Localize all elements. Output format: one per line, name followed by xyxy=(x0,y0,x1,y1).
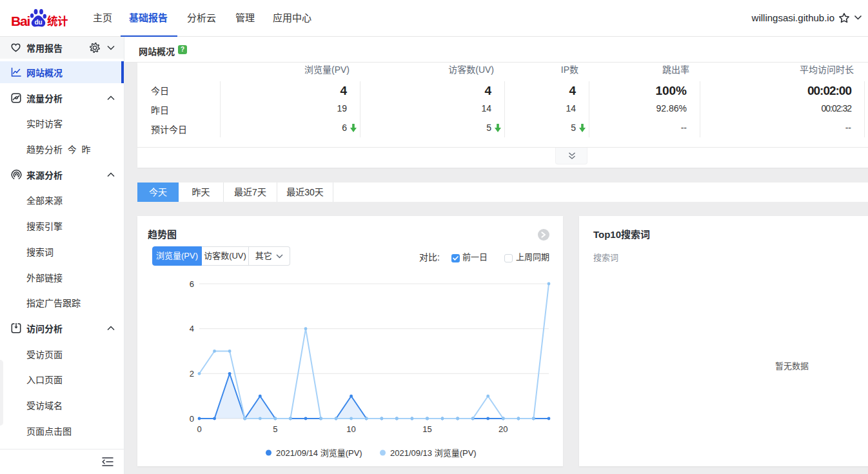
svg-text:10: 10 xyxy=(346,424,355,434)
svg-text:2021/09/13 浏览量(PV): 2021/09/13 浏览量(PV) xyxy=(390,448,477,458)
svg-text:du: du xyxy=(34,19,42,26)
svg-text:20: 20 xyxy=(498,424,508,434)
svg-text:2021/09/14 浏览量(PV): 2021/09/14 浏览量(PV) xyxy=(276,448,362,458)
svg-text:4: 4 xyxy=(190,324,194,333)
svg-text:0: 0 xyxy=(190,414,194,424)
svg-text:15: 15 xyxy=(422,424,431,434)
svg-text:6: 6 xyxy=(190,279,194,289)
svg-text:2: 2 xyxy=(190,369,194,379)
svg-text:0: 0 xyxy=(197,424,201,434)
svg-text:5: 5 xyxy=(273,424,277,434)
